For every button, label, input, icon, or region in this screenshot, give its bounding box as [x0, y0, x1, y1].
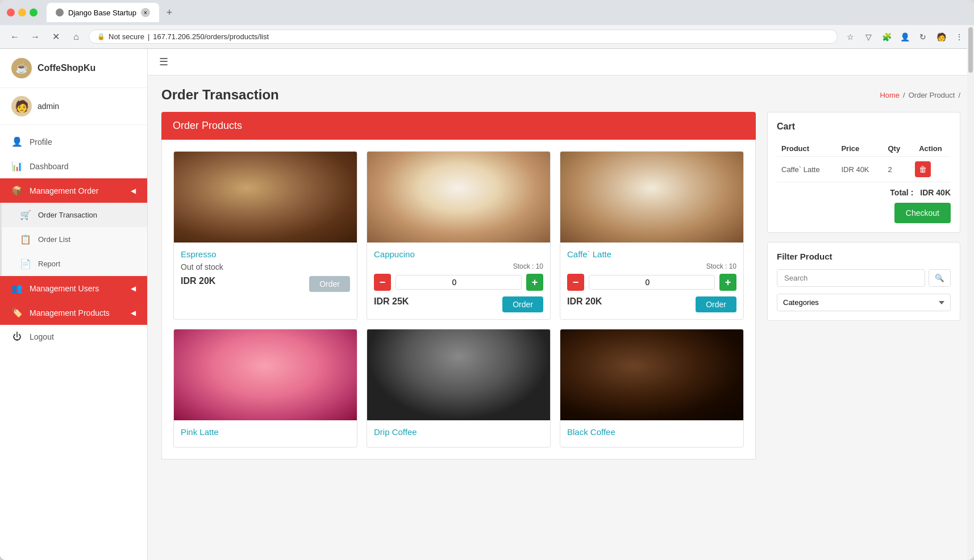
sidebar-item-management-users[interactable]: 👥 Management Users ◀ — [0, 276, 147, 300]
reload-button[interactable]: ✕ — [48, 29, 64, 45]
sidebar-item-order-transaction[interactable]: 🛒 Order Transaction — [0, 203, 147, 227]
tab-close-button[interactable]: × — [141, 8, 150, 17]
scrollbar-track — [967, 25, 974, 560]
search-button[interactable]: 🔍 — [929, 269, 951, 287]
order-button-caffe-latte[interactable]: Order — [696, 296, 736, 312]
delete-cart-item-button[interactable]: 🗑 — [915, 161, 931, 177]
sidebar-item-dashboard[interactable]: 📊 Dashboard — [0, 154, 147, 178]
avatar-icon[interactable]: 🧑 — [933, 29, 949, 45]
qty-input-cappuccino[interactable] — [396, 275, 522, 290]
sidebar-item-profile[interactable]: 👤 Profile — [0, 129, 147, 154]
forward-button[interactable]: → — [27, 29, 43, 45]
dot-green[interactable] — [30, 9, 38, 16]
order-button-cappuccino[interactable]: Order — [502, 296, 543, 312]
cart-item-action: 🗑 — [910, 157, 951, 182]
breadcrumb-sep: / — [903, 91, 905, 99]
sidebar-item-management-products[interactable]: 🏷️ Management Products ◀ — [0, 300, 147, 325]
order-button-espresso[interactable]: Order — [309, 276, 350, 292]
product-name-pink-latte[interactable]: Pink Latte — [181, 427, 350, 437]
sidebar-item-report[interactable]: 📄 Report — [0, 252, 147, 276]
qty-plus-caffe-latte[interactable]: + — [719, 274, 736, 291]
toolbar-icons: ☆ ▽ 🧩 👤 ↻ 🧑 ⋮ — [842, 29, 967, 45]
bookmark-icon[interactable]: ☆ — [842, 29, 858, 45]
product-name-espresso[interactable]: Espresso — [181, 249, 350, 259]
sidebar-item-management-order[interactable]: 📦 Management Order ◀ — [0, 178, 147, 203]
product-stock-caffe-latte: Stock : 10 — [567, 262, 736, 270]
tab-title: Django Base Startup — [68, 9, 136, 17]
breadcrumb-home[interactable]: Home — [880, 91, 900, 99]
management-users-nav-icon: 👥 — [11, 283, 23, 294]
profile-icon[interactable]: 👤 — [897, 29, 913, 45]
dot-yellow[interactable] — [18, 9, 26, 16]
order-transaction-nav-icon: 🛒 — [20, 210, 31, 220]
product-name-cappuccino[interactable]: Cappucino — [374, 249, 543, 259]
browser-toolbar: ← → ✕ ⌂ 🔒 Not secure | 167.71.206.250/or… — [0, 25, 974, 49]
qty-minus-cappuccino[interactable]: − — [374, 274, 391, 291]
order-list-nav-icon: 📋 — [20, 234, 31, 245]
page-title: Order Transaction — [161, 87, 279, 103]
cart-col-product: Product — [777, 141, 836, 157]
filter-icon[interactable]: ▽ — [860, 29, 876, 45]
product-image-black-coffee — [560, 329, 743, 420]
sidebar-item-logout[interactable]: ⏻ Logout — [0, 325, 147, 349]
cart-checkout-row: Checkout — [777, 197, 951, 223]
sidebar-item-label: Management Products — [30, 308, 110, 317]
page-header: Order Transaction Home / Order Product / — [161, 87, 960, 103]
dashboard-nav-icon: 📊 — [11, 161, 23, 172]
sidebar-item-label: Report — [38, 260, 60, 268]
sync-icon[interactable]: ↻ — [915, 29, 931, 45]
product-body-black-coffee: Black Coffee — [560, 420, 743, 447]
extension-icon[interactable]: 🧩 — [879, 29, 894, 45]
product-card-cappuccino: Cappucino Stock : 10 − + IDR 25K — [367, 151, 551, 320]
filter-box: Filter Product 🔍 Categories — [767, 242, 960, 321]
security-icon: 🔒 — [97, 33, 105, 40]
cart-col-action: Action — [910, 141, 951, 157]
home-button[interactable]: ⌂ — [68, 29, 84, 45]
product-out-of-stock: Out of stock — [181, 262, 350, 271]
product-footer-espresso: IDR 20K Order — [181, 276, 350, 292]
product-image-cappuccino — [367, 152, 550, 243]
management-products-nav-icon: 🏷️ — [11, 307, 23, 318]
menu-icon[interactable]: ⋮ — [951, 29, 967, 45]
profile-nav-icon: 👤 — [11, 136, 23, 147]
sidebar-item-label: Management Order — [30, 186, 98, 195]
qty-minus-caffe-latte[interactable]: − — [567, 274, 584, 291]
product-name-drip-coffee[interactable]: Drip Coffee — [374, 427, 543, 437]
brand-logo-icon: ☕ — [11, 58, 32, 78]
brand-name: CoffeShopKu — [38, 63, 95, 73]
address-bar[interactable]: 🔒 Not secure | 167.71.206.250/orders/pro… — [89, 30, 838, 44]
back-button[interactable]: ← — [7, 29, 23, 45]
new-tab-button[interactable]: + — [161, 5, 177, 20]
main-content: ☰ Order Transaction Home / Order Product… — [148, 49, 974, 560]
product-price-espresso: IDR 20K — [181, 276, 215, 286]
qty-plus-cappuccino[interactable]: + — [526, 274, 543, 291]
product-controls-cappuccino: − + — [374, 274, 543, 291]
product-image-drip-coffee — [367, 329, 550, 420]
scrollbar-thumb[interactable] — [968, 27, 973, 73]
product-name-black-coffee[interactable]: Black Coffee — [567, 427, 736, 437]
product-body-caffe-latte: Caffe` Latte Stock : 10 − + IDR 20K — [560, 243, 743, 319]
avatar: 🧑 — [11, 96, 32, 116]
dot-red[interactable] — [7, 9, 15, 16]
product-name-caffe-latte[interactable]: Caffe` Latte — [567, 249, 736, 259]
product-footer-caffe-latte: IDR 20K Order — [567, 296, 736, 312]
search-input[interactable] — [777, 269, 925, 287]
logout-nav-icon: ⏻ — [11, 332, 23, 342]
chevron-icon: ◀ — [131, 285, 136, 292]
product-card-black-coffee: Black Coffee — [560, 329, 744, 448]
cart-item-product: Caffe` Latte — [777, 157, 836, 182]
products-section: Order Products Espresso Out of stock IDR… — [161, 112, 756, 459]
cart-row: Caffe` Latte IDR 40K 2 🗑 — [777, 157, 951, 182]
cart-total: Total : IDR 40K — [777, 188, 951, 197]
category-select[interactable]: Categories — [777, 294, 951, 311]
user-name: admin — [38, 102, 59, 111]
browser-tabs: Django Base Startup × + — [47, 3, 967, 22]
browser-tab-active[interactable]: Django Base Startup × — [47, 3, 159, 22]
browser-window: Django Base Startup × + ← → ✕ ⌂ 🔒 Not se… — [0, 0, 974, 560]
hamburger-icon[interactable]: ☰ — [159, 56, 168, 68]
checkout-button[interactable]: Checkout — [894, 203, 951, 223]
product-image-pink-latte — [174, 329, 357, 420]
cart-section: Cart Product Price Qty Action — [767, 112, 960, 459]
qty-input-caffe-latte[interactable] — [589, 275, 715, 290]
sidebar-item-order-list[interactable]: 📋 Order List — [0, 227, 147, 252]
